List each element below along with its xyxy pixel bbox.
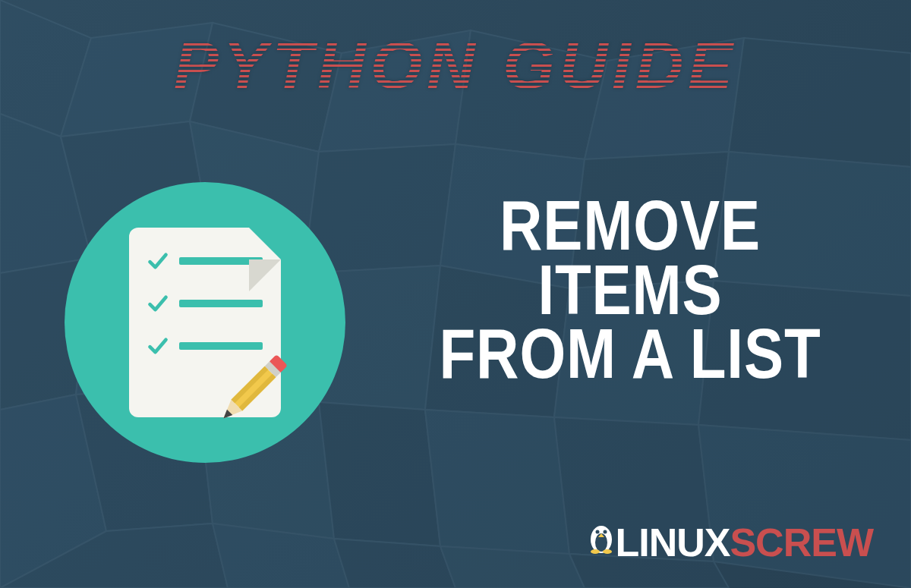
check-icon — [147, 293, 169, 314]
brand-logo-text: LINUXSCREW — [583, 520, 873, 565]
brand-part1: LINUX — [615, 520, 730, 565]
check-icon — [147, 250, 169, 272]
check-icon — [147, 335, 169, 357]
checklist-row — [147, 293, 263, 314]
svg-point-13 — [603, 549, 612, 554]
main-title: REMOVE ITEMS FROM A LIST — [372, 193, 888, 386]
checklist-document-icon — [129, 228, 281, 417]
penguin-icon — [583, 520, 619, 556]
checklist-line — [179, 300, 263, 307]
checklist-icon-circle — [65, 182, 345, 463]
svg-point-10 — [604, 530, 607, 534]
main-title-line2: FROM A LIST — [411, 322, 850, 386]
svg-point-12 — [591, 549, 600, 554]
pencil-icon — [203, 340, 302, 439]
header-title: PYTHON GUIDE — [174, 27, 737, 104]
document-fold-corner — [249, 228, 281, 259]
svg-rect-2 — [232, 366, 276, 411]
main-title-line1: REMOVE ITEMS — [411, 193, 850, 322]
brand-part2: SCREW — [730, 520, 873, 565]
svg-point-9 — [596, 530, 600, 534]
checklist-row — [147, 250, 263, 272]
